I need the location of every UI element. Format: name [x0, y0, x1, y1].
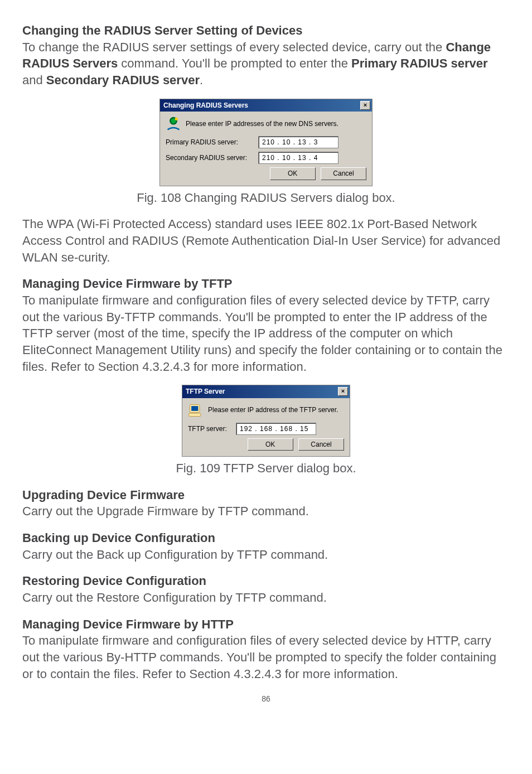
network-icon: [166, 116, 181, 132]
text: command. You'll be prompted to enter the: [118, 56, 351, 70]
dialog-prompt-row: Please enter IP addresses of the new DNS…: [166, 116, 366, 132]
paragraph-radius: To change the RADIUS server settings of …: [22, 39, 510, 89]
dialog-tftp: TFTP Server × Please enter IP address of…: [182, 385, 350, 457]
svg-rect-5: [189, 413, 201, 416]
paragraph-wpa: The WPA (Wi-Fi Protected Access) standar…: [22, 216, 510, 265]
tftp-server-input[interactable]: 192 . 168 . 168 . 15: [236, 423, 316, 435]
paragraph-http: To manipulate firmware and configuration…: [22, 632, 510, 682]
secondary-radius-label: Secondary RADIUS server:: [166, 153, 258, 162]
dialog-prompt: Please enter IP address of the TFTP serv…: [208, 405, 338, 414]
heading-radius: Changing the RADIUS Server Setting of De…: [22, 22, 510, 39]
secondary-row: Secondary RADIUS server: 210 . 10 . 13 .…: [166, 152, 366, 164]
svg-rect-4: [191, 406, 198, 411]
tftp-server-label: TFTP server:: [188, 424, 236, 433]
cancel-button[interactable]: Cancel: [298, 438, 344, 451]
heading-upgrade: Upgrading Device Firmware: [22, 487, 510, 504]
dialog-prompt: Please enter IP addresses of the new DNS…: [186, 119, 338, 128]
close-icon[interactable]: ×: [360, 101, 370, 110]
paragraph-backup: Carry out the Back up Configuration by T…: [22, 546, 510, 563]
heading-tftp: Managing Device Firmware by TFTP: [22, 275, 510, 292]
svg-point-2: [175, 118, 178, 120]
dialog-buttons: OK Cancel: [188, 438, 344, 451]
heading-restore: Restoring Device Configuration: [22, 573, 510, 589]
heading-backup: Backing up Device Configuration: [22, 530, 510, 546]
paragraph-upgrade: Carry out the Upgrade Firmware by TFTP c…: [22, 503, 510, 520]
cancel-button[interactable]: Cancel: [321, 167, 366, 180]
heading-http: Managing Device Firmware by HTTP: [22, 616, 510, 633]
figure-caption-108: Fig. 108 Changing RADIUS Servers dialog …: [22, 190, 510, 206]
text: .: [200, 73, 203, 87]
ok-button[interactable]: OK: [270, 167, 316, 180]
dialog-buttons: OK Cancel: [166, 167, 366, 180]
primary-radius-input[interactable]: 210 . 10 . 13 . 3: [258, 136, 338, 148]
primary-radius-label: Primary RADIUS server:: [166, 138, 258, 147]
computer-icon: [188, 403, 204, 418]
dialog-title: TFTP Server: [186, 387, 225, 396]
close-icon[interactable]: ×: [338, 387, 348, 396]
dialog-prompt-row: Please enter IP address of the TFTP serv…: [188, 403, 344, 418]
dialog-radius: Changing RADIUS Servers × Please enter I…: [159, 99, 373, 186]
dialog-body: Please enter IP address of the TFTP serv…: [182, 398, 350, 456]
dialog-titlebar: Changing RADIUS Servers ×: [160, 99, 372, 112]
paragraph-restore: Carry out the Restore Configuration by T…: [22, 589, 510, 606]
secondary-radius-input[interactable]: 210 . 10 . 13 . 4: [258, 152, 338, 164]
tftp-row: TFTP server: 192 . 168 . 168 . 15: [188, 423, 344, 435]
text: and: [22, 73, 46, 87]
primary-row: Primary RADIUS server: 210 . 10 . 13 . 3: [166, 136, 366, 148]
bold-text: Secondary RADIUS server: [46, 73, 200, 87]
page-number: 86: [22, 694, 510, 704]
dialog-titlebar: TFTP Server ×: [182, 385, 350, 398]
dialog-title: Changing RADIUS Servers: [163, 101, 248, 110]
paragraph-tftp: To manipulate firmware and configuration…: [22, 292, 510, 375]
text: To change the RADIUS server settings of …: [22, 40, 446, 54]
dialog-body: Please enter IP addresses of the new DNS…: [160, 112, 372, 186]
ok-button[interactable]: OK: [248, 438, 293, 451]
figure-caption-109: Fig. 109 TFTP Server dialog box.: [22, 460, 510, 477]
bold-text: Primary RADIUS server: [351, 56, 488, 70]
